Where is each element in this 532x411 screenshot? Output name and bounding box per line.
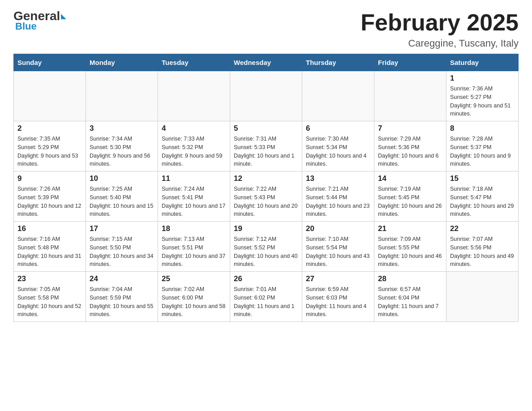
- table-row: 26Sunrise: 7:01 AMSunset: 6:02 PMDayligh…: [230, 272, 302, 322]
- day-number: 12: [234, 174, 298, 183]
- day-number: 5: [234, 124, 298, 133]
- day-info: Sunrise: 7:16 AMSunset: 5:48 PMDaylight:…: [17, 235, 82, 269]
- col-sunday: Sunday: [14, 54, 86, 71]
- day-number: 23: [17, 274, 82, 283]
- day-info: Sunrise: 7:21 AMSunset: 5:44 PMDaylight:…: [306, 185, 370, 218]
- table-row: 22Sunrise: 7:07 AMSunset: 5:56 PMDayligh…: [446, 222, 519, 272]
- table-row: 20Sunrise: 7:10 AMSunset: 5:54 PMDayligh…: [302, 222, 374, 272]
- day-info: Sunrise: 6:57 AMSunset: 6:04 PMDaylight:…: [378, 285, 442, 319]
- table-row: 19Sunrise: 7:12 AMSunset: 5:52 PMDayligh…: [230, 222, 302, 272]
- day-number: 16: [17, 224, 82, 233]
- table-row: 12Sunrise: 7:22 AMSunset: 5:43 PMDayligh…: [230, 171, 302, 222]
- day-info: Sunrise: 7:09 AMSunset: 5:55 PMDaylight:…: [378, 235, 442, 269]
- day-number: 8: [450, 124, 515, 133]
- day-info: Sunrise: 7:26 AMSunset: 5:39 PMDaylight:…: [17, 185, 82, 218]
- day-info: Sunrise: 7:29 AMSunset: 5:36 PMDaylight:…: [378, 135, 442, 168]
- day-info: Sunrise: 7:04 AMSunset: 5:59 PMDaylight:…: [90, 285, 154, 319]
- calendar-week-row: 1Sunrise: 7:36 AMSunset: 5:27 PMDaylight…: [14, 71, 519, 121]
- day-number: 20: [306, 224, 370, 233]
- table-row: [158, 71, 230, 121]
- day-info: Sunrise: 7:24 AMSunset: 5:41 PMDaylight:…: [162, 185, 226, 218]
- table-row: 25Sunrise: 7:02 AMSunset: 6:00 PMDayligh…: [158, 272, 230, 322]
- table-row: 24Sunrise: 7:04 AMSunset: 5:59 PMDayligh…: [86, 272, 158, 322]
- day-number: 21: [378, 224, 442, 233]
- day-number: 15: [450, 174, 515, 183]
- table-row: 8Sunrise: 7:28 AMSunset: 5:37 PMDaylight…: [446, 121, 519, 171]
- calendar-header-row: Sunday Monday Tuesday Wednesday Thursday…: [14, 54, 519, 71]
- day-info: Sunrise: 7:31 AMSunset: 5:33 PMDaylight:…: [234, 135, 298, 168]
- day-info: Sunrise: 7:07 AMSunset: 5:56 PMDaylight:…: [450, 235, 515, 269]
- day-number: 26: [234, 274, 298, 283]
- day-number: 4: [162, 124, 226, 133]
- table-row: [446, 272, 519, 322]
- table-row: 10Sunrise: 7:25 AMSunset: 5:40 PMDayligh…: [86, 171, 158, 222]
- table-row: 9Sunrise: 7:26 AMSunset: 5:39 PMDaylight…: [14, 171, 86, 222]
- col-tuesday: Tuesday: [158, 54, 230, 71]
- table-row: 15Sunrise: 7:18 AMSunset: 5:47 PMDayligh…: [446, 171, 519, 222]
- day-number: 14: [378, 174, 442, 183]
- table-row: 5Sunrise: 7:31 AMSunset: 5:33 PMDaylight…: [230, 121, 302, 171]
- day-info: Sunrise: 7:01 AMSunset: 6:02 PMDaylight:…: [234, 285, 298, 319]
- table-row: 17Sunrise: 7:15 AMSunset: 5:50 PMDayligh…: [86, 222, 158, 272]
- day-info: Sunrise: 7:13 AMSunset: 5:51 PMDaylight:…: [162, 235, 226, 269]
- day-info: Sunrise: 7:22 AMSunset: 5:43 PMDaylight:…: [234, 185, 298, 218]
- day-info: Sunrise: 7:18 AMSunset: 5:47 PMDaylight:…: [450, 185, 515, 218]
- table-row: 14Sunrise: 7:19 AMSunset: 5:45 PMDayligh…: [374, 171, 446, 222]
- table-row: 27Sunrise: 6:59 AMSunset: 6:03 PMDayligh…: [302, 272, 374, 322]
- table-row: 23Sunrise: 7:05 AMSunset: 5:58 PMDayligh…: [14, 272, 86, 322]
- table-row: 3Sunrise: 7:34 AMSunset: 5:30 PMDaylight…: [86, 121, 158, 171]
- table-row: [302, 71, 374, 121]
- day-info: Sunrise: 7:19 AMSunset: 5:45 PMDaylight:…: [378, 185, 442, 218]
- table-row: 6Sunrise: 7:30 AMSunset: 5:34 PMDaylight…: [302, 121, 374, 171]
- table-row: [230, 71, 302, 121]
- calendar-week-row: 23Sunrise: 7:05 AMSunset: 5:58 PMDayligh…: [14, 272, 519, 322]
- table-row: 7Sunrise: 7:29 AMSunset: 5:36 PMDaylight…: [374, 121, 446, 171]
- table-row: [86, 71, 158, 121]
- day-number: 22: [450, 224, 515, 233]
- table-row: 13Sunrise: 7:21 AMSunset: 5:44 PMDayligh…: [302, 171, 374, 222]
- day-number: 19: [234, 224, 298, 233]
- calendar-week-row: 2Sunrise: 7:35 AMSunset: 5:29 PMDaylight…: [14, 121, 519, 171]
- page-header: General Blue February 2025 Careggine, Tu…: [13, 9, 519, 49]
- day-number: 24: [90, 274, 154, 283]
- table-row: 11Sunrise: 7:24 AMSunset: 5:41 PMDayligh…: [158, 171, 230, 222]
- day-number: 1: [450, 74, 515, 83]
- col-monday: Monday: [86, 54, 158, 71]
- day-info: Sunrise: 7:34 AMSunset: 5:30 PMDaylight:…: [90, 135, 154, 168]
- logo-triangle-icon: [61, 14, 66, 19]
- table-row: 2Sunrise: 7:35 AMSunset: 5:29 PMDaylight…: [14, 121, 86, 171]
- day-info: Sunrise: 7:15 AMSunset: 5:50 PMDaylight:…: [90, 235, 154, 269]
- calendar-week-row: 9Sunrise: 7:26 AMSunset: 5:39 PMDaylight…: [14, 171, 519, 222]
- day-number: 18: [162, 224, 226, 233]
- col-wednesday: Wednesday: [230, 54, 302, 71]
- day-info: Sunrise: 7:05 AMSunset: 5:58 PMDaylight:…: [17, 285, 82, 319]
- calendar-title: February 2025: [360, 9, 519, 36]
- table-row: 4Sunrise: 7:33 AMSunset: 5:32 PMDaylight…: [158, 121, 230, 171]
- table-row: 28Sunrise: 6:57 AMSunset: 6:04 PMDayligh…: [374, 272, 446, 322]
- table-row: 16Sunrise: 7:16 AMSunset: 5:48 PMDayligh…: [14, 222, 86, 272]
- day-number: 27: [306, 274, 370, 283]
- day-number: 6: [306, 124, 370, 133]
- col-saturday: Saturday: [446, 54, 519, 71]
- day-number: 17: [90, 224, 154, 233]
- day-number: 10: [90, 174, 154, 183]
- table-row: 21Sunrise: 7:09 AMSunset: 5:55 PMDayligh…: [374, 222, 446, 272]
- day-number: 28: [378, 274, 442, 283]
- day-number: 11: [162, 174, 226, 183]
- day-info: Sunrise: 7:12 AMSunset: 5:52 PMDaylight:…: [234, 235, 298, 269]
- day-number: 9: [17, 174, 82, 183]
- day-number: 13: [306, 174, 370, 183]
- logo-blue-text: Blue: [15, 21, 37, 32]
- logo: General Blue: [13, 9, 66, 32]
- table-row: 1Sunrise: 7:36 AMSunset: 5:27 PMDaylight…: [446, 71, 519, 121]
- day-info: Sunrise: 7:02 AMSunset: 6:00 PMDaylight:…: [162, 285, 226, 319]
- col-friday: Friday: [374, 54, 446, 71]
- title-block: February 2025 Careggine, Tuscany, Italy: [360, 9, 519, 49]
- day-info: Sunrise: 7:28 AMSunset: 5:37 PMDaylight:…: [450, 135, 515, 168]
- calendar-week-row: 16Sunrise: 7:16 AMSunset: 5:48 PMDayligh…: [14, 222, 519, 272]
- day-info: Sunrise: 7:30 AMSunset: 5:34 PMDaylight:…: [306, 135, 370, 168]
- day-info: Sunrise: 6:59 AMSunset: 6:03 PMDaylight:…: [306, 285, 370, 319]
- day-info: Sunrise: 7:35 AMSunset: 5:29 PMDaylight:…: [17, 135, 82, 168]
- table-row: 18Sunrise: 7:13 AMSunset: 5:51 PMDayligh…: [158, 222, 230, 272]
- day-info: Sunrise: 7:10 AMSunset: 5:54 PMDaylight:…: [306, 235, 370, 269]
